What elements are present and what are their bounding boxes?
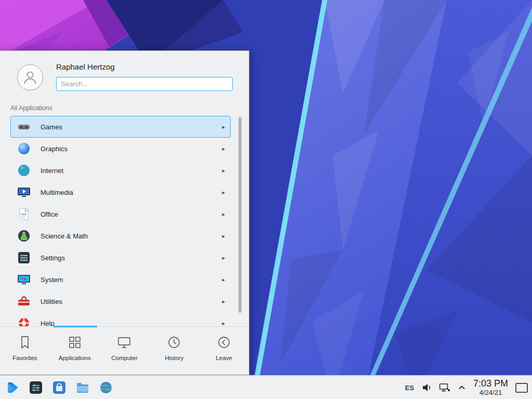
sphere-icon — [17, 142, 31, 155]
category-label: Settings — [41, 254, 65, 262]
category-label: Multimedia — [41, 189, 73, 196]
section-label: All Applications — [10, 104, 52, 112]
tab-favorites[interactable]: Favorites — [0, 327, 50, 376]
system-tray: ES 7:03 PM 4/24/21 — [405, 376, 532, 399]
tab-computer[interactable]: Computer — [100, 327, 150, 376]
tab-applications[interactable]: Applications — [50, 327, 100, 376]
user-icon — [21, 69, 39, 86]
scrollbar-handle[interactable] — [238, 117, 242, 313]
category-row-help[interactable]: Help ▸ — [10, 312, 231, 326]
network-icon[interactable] — [439, 382, 450, 393]
sliders-icon — [17, 251, 31, 264]
web-browser-icon[interactable] — [99, 380, 113, 395]
search-input[interactable] — [56, 77, 233, 91]
clock-date: 4/24/21 — [480, 389, 502, 396]
category-label: Office — [41, 210, 58, 218]
clock-icon — [166, 335, 182, 350]
category-row-graphics[interactable]: Graphics ▸ — [10, 138, 231, 159]
category-row-games[interactable]: Games ▸ — [10, 116, 231, 138]
digital-clock[interactable]: 7:03 PM 4/24/21 — [473, 379, 508, 396]
category-row-internet[interactable]: Internet ▸ — [10, 159, 231, 181]
submenu-arrow-icon: ▸ — [222, 211, 225, 218]
show-desktop-button[interactable] — [515, 383, 528, 393]
category-row-utilities[interactable]: Utilities ▸ — [10, 290, 231, 312]
toolbox-icon — [17, 295, 31, 308]
submenu-arrow-icon: ▸ — [222, 255, 225, 261]
tab-label: Computer — [111, 355, 138, 361]
taskbar-app-icons — [0, 376, 113, 399]
scrollbar-track[interactable] — [238, 117, 242, 325]
media-player-icon — [17, 185, 31, 199]
tab-leave[interactable]: Leave — [199, 327, 249, 376]
keyboard-layout-indicator[interactable]: ES — [405, 384, 414, 392]
category-label: Games — [41, 123, 62, 131]
submenu-arrow-icon: ▸ — [222, 298, 225, 305]
category-label: Utilities — [41, 298, 62, 305]
category-label: Graphics — [41, 145, 68, 153]
category-row-multimedia[interactable]: Multimedia ▸ — [10, 181, 231, 203]
system-monitor-icon — [17, 273, 31, 286]
file-manager-icon[interactable] — [75, 380, 90, 395]
kickoff-launcher-icon[interactable] — [5, 380, 20, 395]
launcher-footer: Favorites Applications Computer History … — [0, 326, 249, 376]
active-tab-indicator — [54, 326, 97, 327]
launcher-header: Raphael Hertzog — [0, 51, 249, 99]
submenu-arrow-icon: ▸ — [222, 276, 225, 283]
category-list: Games ▸ Graphics ▸ Internet ▸ Multimedia… — [10, 116, 231, 326]
tray-expander-icon[interactable] — [458, 384, 466, 391]
grid-icon — [67, 335, 83, 350]
user-avatar[interactable] — [17, 64, 43, 90]
leave-icon — [216, 335, 232, 350]
category-label: Science & Math — [41, 232, 88, 240]
user-name: Raphael Hertzog — [56, 62, 115, 71]
submenu-arrow-icon: ▸ — [222, 233, 225, 240]
submenu-arrow-icon: ▸ — [222, 145, 225, 152]
gamepad-icon — [17, 120, 31, 134]
category-row-settings[interactable]: Settings ▸ — [10, 247, 231, 269]
monitor-icon — [116, 335, 132, 350]
tab-label: Applications — [59, 355, 91, 361]
application-launcher-menu: Raphael Hertzog All Applications Games ▸… — [0, 50, 249, 375]
globe-icon — [17, 164, 31, 177]
category-label: Internet — [41, 167, 63, 175]
submenu-arrow-icon: ▸ — [222, 124, 225, 130]
submenu-arrow-icon: ▸ — [222, 189, 225, 196]
category-label: System — [41, 276, 63, 284]
category-label: Help — [41, 320, 55, 327]
software-center-icon[interactable] — [52, 380, 66, 395]
tab-label: History — [165, 355, 183, 361]
tab-history[interactable]: History — [149, 327, 199, 376]
clock-time: 7:03 PM — [473, 379, 508, 389]
help-ring-icon — [17, 316, 31, 326]
taskbar: ES 7:03 PM 4/24/21 — [0, 375, 532, 399]
flask-icon — [17, 229, 31, 243]
tab-label: Leave — [216, 355, 232, 361]
submenu-arrow-icon: ▸ — [222, 320, 225, 327]
document-icon — [17, 207, 31, 221]
system-settings-icon[interactable] — [29, 380, 43, 395]
submenu-arrow-icon: ▸ — [222, 167, 225, 174]
category-row-science-math[interactable]: Science & Math ▸ — [10, 225, 231, 247]
category-row-system[interactable]: System ▸ — [10, 269, 231, 290]
volume-icon[interactable] — [421, 382, 432, 393]
bookmark-icon — [17, 335, 33, 350]
category-row-office[interactable]: Office ▸ — [10, 203, 231, 225]
tab-label: Favorites — [12, 355, 37, 361]
